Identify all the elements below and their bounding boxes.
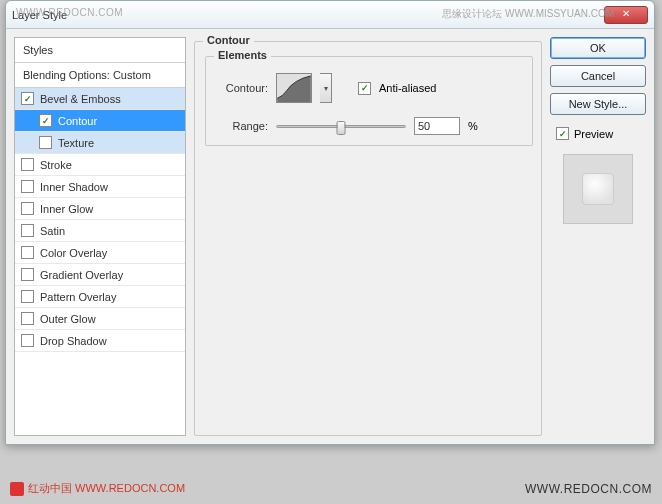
style-checkbox[interactable] (21, 334, 34, 347)
style-checkbox[interactable] (21, 290, 34, 303)
style-checkbox[interactable] (21, 246, 34, 259)
right-button-panel: OK Cancel New Style... Preview (550, 37, 646, 436)
style-item-label: Gradient Overlay (40, 269, 123, 281)
watermark-left: WWW.REDOCN.COM (16, 7, 123, 18)
style-item-stroke[interactable]: Stroke (15, 154, 185, 176)
style-item-texture[interactable]: Texture (15, 132, 185, 154)
style-checkbox[interactable] (21, 92, 34, 105)
style-item-label: Stroke (40, 159, 72, 171)
style-item-contour[interactable]: Contour (15, 110, 185, 132)
preview-checkbox[interactable] (556, 127, 569, 140)
preview-thumbnail (582, 173, 614, 205)
contour-dropdown[interactable] (320, 73, 332, 103)
style-checkbox[interactable] (21, 312, 34, 325)
style-item-label: Bevel & Emboss (40, 93, 121, 105)
style-item-color-overlay[interactable]: Color Overlay (15, 242, 185, 264)
range-slider-thumb[interactable] (337, 121, 346, 135)
watermark-right: 思缘设计论坛 WWW.MISSYUAN.COM (442, 7, 614, 21)
style-item-label: Outer Glow (40, 313, 96, 325)
style-item-label: Texture (58, 137, 94, 149)
style-item-gradient-overlay[interactable]: Gradient Overlay (15, 264, 185, 286)
cancel-button[interactable]: Cancel (550, 65, 646, 87)
style-item-bevel-emboss[interactable]: Bevel & Emboss (15, 88, 185, 110)
elements-group-title: Elements (214, 49, 271, 61)
contour-group-title: Contour (203, 34, 254, 46)
elements-group: Elements Contour: Anti-aliased Range: (205, 56, 533, 146)
range-unit: % (468, 120, 478, 132)
style-item-label: Drop Shadow (40, 335, 107, 347)
footer-left: 红动中国 WWW.REDOCN.COM (10, 481, 185, 496)
style-item-label: Color Overlay (40, 247, 107, 259)
style-item-inner-glow[interactable]: Inner Glow (15, 198, 185, 220)
style-item-label: Pattern Overlay (40, 291, 116, 303)
anti-aliased-label: Anti-aliased (379, 82, 436, 94)
redocn-logo-icon (10, 482, 24, 496)
style-list: Bevel & EmbossContourTextureStrokeInner … (15, 88, 185, 352)
range-input[interactable] (414, 117, 460, 135)
style-item-pattern-overlay[interactable]: Pattern Overlay (15, 286, 185, 308)
style-checkbox[interactable] (39, 136, 52, 149)
main-panel: Contour Elements Contour: Anti-aliased (194, 37, 542, 436)
style-checkbox[interactable] (21, 224, 34, 237)
range-label: Range: (216, 120, 268, 132)
style-checkbox[interactable] (21, 268, 34, 281)
ok-button[interactable]: OK (550, 37, 646, 59)
content: Styles Blending Options: Custom Bevel & … (6, 29, 654, 444)
titlebar[interactable]: Layer Style WWW.REDOCN.COM 思缘设计论坛 WWW.MI… (6, 1, 654, 29)
style-item-inner-shadow[interactable]: Inner Shadow (15, 176, 185, 198)
contour-picker[interactable] (276, 73, 312, 103)
styles-header[interactable]: Styles (15, 38, 185, 63)
preview-box (563, 154, 633, 224)
footer-right: WWW.REDOCN.COM (525, 482, 652, 496)
style-item-label: Inner Shadow (40, 181, 108, 193)
style-checkbox[interactable] (39, 114, 52, 127)
style-item-outer-glow[interactable]: Outer Glow (15, 308, 185, 330)
style-item-label: Inner Glow (40, 203, 93, 215)
layer-style-dialog: Layer Style WWW.REDOCN.COM 思缘设计论坛 WWW.MI… (5, 0, 655, 445)
styles-panel: Styles Blending Options: Custom Bevel & … (14, 37, 186, 436)
style-checkbox[interactable] (21, 158, 34, 171)
style-item-satin[interactable]: Satin (15, 220, 185, 242)
new-style-button[interactable]: New Style... (550, 93, 646, 115)
contour-label: Contour: (216, 82, 268, 94)
preview-row: Preview (556, 127, 646, 140)
style-checkbox[interactable] (21, 180, 34, 193)
style-item-label: Contour (58, 115, 97, 127)
blending-options-row[interactable]: Blending Options: Custom (15, 63, 185, 88)
range-slider[interactable] (276, 125, 406, 128)
style-item-drop-shadow[interactable]: Drop Shadow (15, 330, 185, 352)
contour-group: Contour Elements Contour: Anti-aliased (194, 41, 542, 436)
preview-label: Preview (574, 128, 613, 140)
anti-aliased-checkbox[interactable] (358, 82, 371, 95)
style-checkbox[interactable] (21, 202, 34, 215)
style-item-label: Satin (40, 225, 65, 237)
